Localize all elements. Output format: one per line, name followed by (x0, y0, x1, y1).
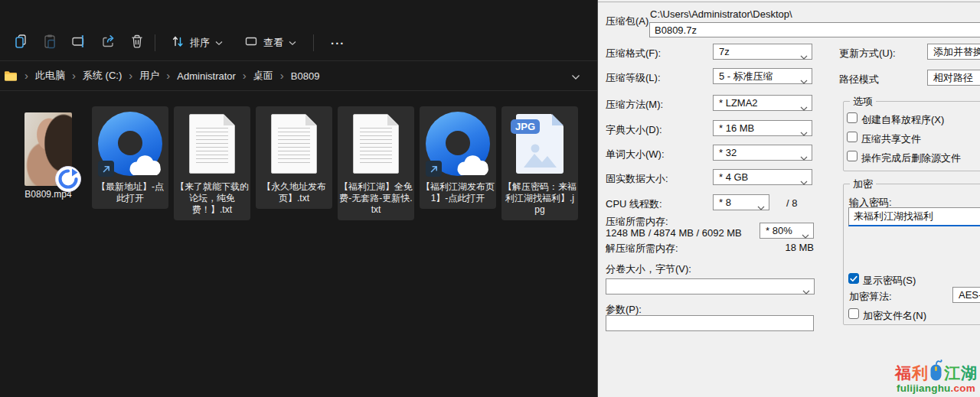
update-mode-label: 更新方式(U): (839, 47, 896, 60)
breadcrumb-separator: › (24, 70, 28, 81)
word-size-combo[interactable]: * 32 (713, 145, 812, 161)
copy-button[interactable] (6, 30, 35, 56)
breadcrumb-item-desktop[interactable]: 桌面 (253, 69, 273, 83)
delete-after-checkbox-label: 操作完成后删除源文件 (861, 151, 961, 165)
format-combo[interactable]: 7z (713, 44, 812, 60)
breadcrumb-item-users[interactable]: 用户 (139, 69, 159, 83)
sort-icon (171, 34, 185, 50)
explorer-titlebar (0, 0, 597, 24)
show-password-checkbox[interactable] (848, 273, 859, 284)
show-password-label: 显示密码(S) (863, 274, 916, 288)
method-combo[interactable]: * LZMA2 (713, 95, 812, 111)
encrypt-filenames-checkbox[interactable] (848, 308, 859, 319)
dialog-top-edge (598, 2, 980, 2)
volume-size-label: 分卷大小，字节(V): (606, 262, 691, 276)
share-button[interactable] (93, 30, 122, 56)
qq-browser-icon (97, 111, 163, 177)
archive-directory: C:\Users\Administrator\Desktop\ (650, 8, 792, 20)
file-name: 【最新地址】-点此打开 (93, 181, 167, 204)
breadcrumb-separator: › (72, 70, 76, 81)
path-mode-combo[interactable]: 相对路径 (927, 70, 980, 86)
watermark-domain: fulijianghu (897, 382, 950, 394)
more-options-button[interactable]: ... (322, 28, 354, 54)
mouse-icon (929, 360, 942, 381)
parameters-input[interactable] (606, 315, 814, 331)
volume-size-combo[interactable] (606, 278, 815, 294)
player-badge-icon (54, 165, 82, 193)
copy-icon (13, 34, 28, 52)
delete-after-checkbox[interactable] (847, 151, 858, 161)
file-tile-shortcut[interactable]: 【最新地址】-点此打开 (92, 106, 168, 209)
cpu-threads-combo[interactable]: * 8 (713, 194, 769, 210)
rename-button[interactable] (64, 30, 93, 56)
level-label: 压缩等级(L): (606, 71, 661, 85)
chevron-down-icon (289, 37, 296, 48)
rename-icon (71, 34, 87, 52)
view-label: 查看 (263, 36, 283, 50)
file-tile-text[interactable]: 【来了就能下载的论坛，纯免费！】.txt (174, 106, 250, 220)
encryption-method-label: 加密算法: (849, 290, 892, 304)
file-name: 【福利江湖】全免费-无套路-更新快.txt (339, 181, 413, 216)
level-combo[interactable]: 5 - 标准压缩 (713, 68, 812, 84)
file-tile-image[interactable]: JPG 【解压密码：来福利江湖找福利】.jpg (501, 106, 578, 220)
word-size-label: 单词大小(W): (606, 148, 665, 161)
watermark-domain-tld: .com (951, 382, 975, 394)
encryption-method-combo[interactable]: AES-2 (952, 287, 980, 303)
jpg-badge: JPG (511, 119, 540, 134)
jpg-file-icon: JPG (516, 114, 564, 174)
breadcrumb-item-drive-c[interactable]: 系统 (C:) (83, 69, 122, 83)
update-mode-combo[interactable]: 添加并替换文 (927, 44, 980, 60)
solid-block-label: 固实数据大小: (606, 172, 668, 186)
chevron-down-icon (215, 37, 223, 48)
file-tile-text[interactable]: 【福利江湖】全免费-无套路-更新快.txt (338, 106, 414, 220)
view-button[interactable]: 查看 (237, 30, 304, 56)
breadcrumb-separator: › (166, 70, 170, 81)
password-input[interactable]: 来福利江湖找福利 (848, 207, 980, 226)
method-label: 压缩方法(M): (606, 98, 663, 112)
explorer-toolbar: 排序 查看 ... (0, 24, 597, 60)
breadcrumb-separator: › (280, 70, 284, 81)
breadcrumb-item-b0809[interactable]: B0809 (291, 70, 320, 82)
toolbar-separator (155, 34, 155, 51)
breadcrumb-item-administrator[interactable]: Administrator (177, 70, 236, 82)
qq-browser-icon (425, 111, 491, 177)
file-name: 【永久地址发布页】.txt (257, 181, 331, 204)
archive-name-input[interactable]: B0809.7z (649, 22, 980, 37)
breadcrumb-separator: › (243, 70, 247, 81)
file-grid: B0809.mp4 【最新地址】-点此打开 (10, 106, 578, 220)
sfx-checkbox-label: 创建自释放程序(X) (861, 113, 944, 127)
screen: 排序 查看 ... › 此电脑 › 系统 (C:) (0, 0, 980, 397)
sort-button[interactable]: 排序 (163, 30, 230, 56)
breadcrumb: › 此电脑 › 系统 (C:) › 用户 › Administrator › 桌… (0, 60, 597, 91)
ellipsis-icon: ... (331, 34, 345, 47)
delete-button[interactable] (122, 30, 152, 56)
watermark: 福 利 江 湖 fulijianghu.com (895, 360, 977, 394)
watermark-char: 江 (944, 365, 960, 381)
memory-percent-combo[interactable]: * 80% (760, 223, 814, 239)
file-tile-video[interactable]: B0809.mp4 (10, 106, 87, 205)
toolbar-separator (313, 34, 314, 51)
video-thumbnail (24, 112, 72, 186)
shared-files-checkbox-label: 压缩共享文件 (861, 132, 921, 146)
file-tile-shortcut[interactable]: 【福利江湖发布页1】-点此打开 (420, 106, 496, 209)
cpu-threads-label: CPU 线程数: (606, 197, 662, 211)
file-name: 【来了就能下载的论坛，纯免费！】.txt (175, 181, 249, 216)
file-explorer-window: 排序 查看 ... › 此电脑 › 系统 (C:) (0, 0, 597, 397)
paste-button[interactable] (35, 30, 64, 56)
decompress-memory-label: 解压缩所需内存: (606, 242, 678, 255)
text-file-icon (189, 114, 235, 174)
shared-files-checkbox[interactable] (847, 132, 858, 142)
solid-block-combo[interactable]: * 4 GB (713, 169, 812, 185)
text-file-icon (271, 114, 317, 174)
breadcrumb-item-this-pc[interactable]: 此电脑 (35, 69, 65, 83)
dictionary-combo[interactable]: * 16 MB (713, 120, 812, 136)
cpu-threads-max: / 8 (786, 197, 797, 209)
delete-icon (129, 34, 145, 52)
breadcrumb-separator: › (129, 70, 132, 81)
sfx-checkbox[interactable] (847, 112, 858, 123)
address-dropdown-chevron-icon[interactable] (571, 71, 580, 83)
decompress-memory-value: 18 MB (768, 242, 814, 253)
sort-label: 排序 (190, 36, 210, 50)
file-tile-text[interactable]: 【永久地址发布页】.txt (256, 106, 332, 209)
shortcut-arrow-icon (426, 161, 442, 177)
